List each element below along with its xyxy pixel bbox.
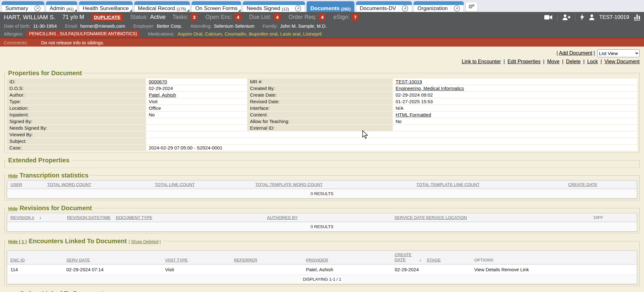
sort-descending-icon[interactable]: ↓ (419, 257, 421, 262)
external-link-icon[interactable]: ↗ (454, 5, 460, 12)
column-header-label[interactable]: REFERRER (234, 258, 257, 262)
external-link-icon[interactable]: ↗ (34, 5, 41, 12)
property-value-link[interactable]: Patel, Ashish (149, 92, 176, 98)
counter-badge[interactable]: 3 (191, 14, 198, 21)
column-header-label[interactable]: SERVICE DATE (394, 215, 425, 220)
property-value-text: 2024-02-29 07:05:00 - S2024-0001 (149, 145, 222, 150)
tab-documents[interactable]: Documents(282) (307, 1, 354, 12)
revisions-column-authored-by: AUTHORED BY (267, 214, 394, 222)
duplicate-badge[interactable]: DUPLICATE (91, 14, 123, 21)
column-header-label[interactable]: ENC ID (10, 258, 25, 262)
tab-admin[interactable]: Admin(41) (46, 1, 77, 12)
property-value-text: 02-29-2024 09:02 (396, 92, 433, 98)
demographic-date-of-birth: Date of birth:11-30-1954 (4, 23, 57, 29)
revisions-hide-link[interactable]: Hide (8, 206, 18, 211)
tab-settings-button[interactable]: ⚙ ⚙ (465, 2, 478, 12)
external-link-icon[interactable]: ↗ (295, 5, 301, 12)
column-header-label[interactable]: TOTAL TEMPLATE WORD COUNT (255, 182, 323, 187)
property-value-link[interactable]: Engineering, Medical Informatics (396, 86, 464, 91)
counter-badge[interactable]: 4 (274, 14, 281, 21)
tab-summary[interactable]: Summary↗ (2, 1, 44, 12)
add-person-icon[interactable] (562, 14, 570, 20)
demographic-label: Employer: (133, 23, 155, 29)
counter-badge[interactable]: 4 (234, 14, 242, 21)
document-properties-page: Add Document List View Link to Encounter… (0, 47, 644, 292)
column-header-label[interactable]: TOTAL LINE COUNT (155, 182, 195, 187)
column-header-label[interactable]: VISIT TYPE (165, 258, 188, 262)
transcription-hide-link[interactable]: Hide (8, 173, 18, 178)
transcription-title: Transcription statistics (19, 172, 88, 179)
lightning-icon[interactable] (580, 14, 584, 20)
column-header-label[interactable]: REVISION DATE/TIME (67, 215, 111, 220)
tab-count: (12) (282, 6, 289, 11)
encounters-column-referrer: REFERRER (234, 256, 306, 264)
column-header-label[interactable]: TOTAL WORD COUNT (47, 182, 91, 187)
revisions-column-service-date: SERVICE DATE (394, 214, 426, 222)
encounters-row[interactable]: 11402-29-2024 07:14VisitPatel, Ashish02-… (7, 265, 637, 275)
allergy-badge[interactable]: PENICILLINS , SULFA(SULFONAMIDE ANTIBIOT… (26, 31, 140, 37)
encounters-hide-link[interactable]: Hide ( 1 ) (8, 239, 27, 244)
extended-properties-fieldset: Extended Properties (4, 157, 640, 168)
bar-chart-icon[interactable] (634, 14, 640, 20)
tab-documents-dv[interactable]: Documents-DV↗ (356, 1, 412, 12)
demographic-value: Selenium Selenium (214, 23, 254, 29)
lock-link[interactable]: Lock (587, 59, 598, 64)
properties-fieldset: Properties for Document ID:0000670MR #:T… (4, 70, 640, 153)
tab-needs-signed[interactable]: Needs Signed(12)↗ (243, 1, 305, 12)
link-to-encounter-link[interactable]: Link to Encounter (462, 59, 501, 64)
property-value-link[interactable]: HTML Formatted (396, 112, 431, 117)
move-link[interactable]: Move (547, 59, 559, 64)
column-header-label[interactable]: STAGE (427, 258, 441, 262)
medications-list[interactable]: Aspirin Oral, Calcium, Coumadin, ibuprof… (178, 31, 322, 36)
patient-demographics-row: Date of birth:11-30-1954Email:horner@mie… (0, 22, 644, 30)
encounters-column-stage: STAGE (427, 256, 474, 264)
column-header-label[interactable]: SERV DATE (66, 258, 90, 262)
allergies-label: Allergies: (4, 31, 23, 36)
tab-label: Needs Signed (247, 5, 280, 12)
counter-open-enc: Open Enc:4 (205, 14, 242, 21)
row-cell: Patel, Ashish (306, 265, 395, 274)
property-value-link[interactable]: TEST-10019 (396, 79, 422, 84)
revisions-column-revision-: REVISION #↓ (10, 213, 67, 222)
property-label: Viewed By: (7, 132, 146, 138)
property-value-text: 01-27-2025 15:53 (396, 99, 433, 104)
row-options[interactable]: View Details Remove Link (474, 265, 634, 274)
patient-age-sex: 71 y/o M (62, 14, 84, 20)
column-header-label[interactable]: AUTHORED BY (267, 215, 298, 220)
property-value (146, 132, 637, 138)
tab-health-surveillance[interactable]: Health Surveillance (79, 1, 132, 12)
column-header-label[interactable]: PROVIDER (306, 258, 328, 262)
transcription-column-total-word-count: TOTAL WORD COUNT (47, 181, 155, 188)
column-header-label[interactable]: DOCUMENT TYPE (116, 215, 153, 220)
column-header-label[interactable]: TOTAL TEMPLATE LINE COUNT (416, 182, 480, 187)
column-header-label[interactable]: SERVICE LOCATION (426, 215, 467, 220)
sort-descending-icon[interactable]: ↓ (39, 215, 42, 220)
tab-medical-record[interactable]: Medical Record(175) (134, 1, 190, 12)
property-value-link[interactable]: 0000670 (149, 79, 167, 84)
edit-properties-link[interactable]: Edit Properties (508, 59, 541, 64)
delete-link[interactable]: Delete (566, 59, 580, 64)
external-link-icon[interactable]: ↗ (402, 5, 408, 12)
property-label: Content: (247, 112, 392, 118)
video-camera-icon[interactable] (544, 14, 552, 20)
column-header-label[interactable]: REVISION # (10, 215, 34, 220)
column-header-label[interactable]: USER (10, 182, 22, 187)
tab-organization[interactable]: Organization↗ (414, 1, 464, 12)
column-header-label[interactable]: CREATE DATE (395, 252, 414, 262)
comments-value: Do not release info to siblings. (41, 40, 104, 45)
property-value: HTML Formatted (393, 112, 637, 118)
property-value-text: N/A (396, 105, 403, 111)
counter-badge[interactable]: 4 (319, 14, 326, 21)
view-document-link[interactable]: View Document (604, 59, 640, 64)
counter-badge[interactable]: 7 (352, 14, 359, 21)
demographic-email: Email:horner@mieweb.com (65, 23, 125, 29)
column-header-label[interactable]: CREATE DATE (568, 182, 597, 187)
medications-label: Medications: (148, 31, 175, 36)
person-icon[interactable] (589, 14, 595, 20)
section-table-revisions: REVISION #↓REVISION DATE/TIMEDOCUMENT TY… (7, 213, 637, 232)
show-deleted-link[interactable]: Show Deleted (131, 239, 158, 244)
add-document-link[interactable]: Add Document (559, 50, 592, 56)
tab-on-screen-forms[interactable]: On Screen Forms (192, 1, 241, 12)
view-select[interactable]: List View (597, 49, 640, 57)
property-label: Author: (7, 92, 146, 98)
